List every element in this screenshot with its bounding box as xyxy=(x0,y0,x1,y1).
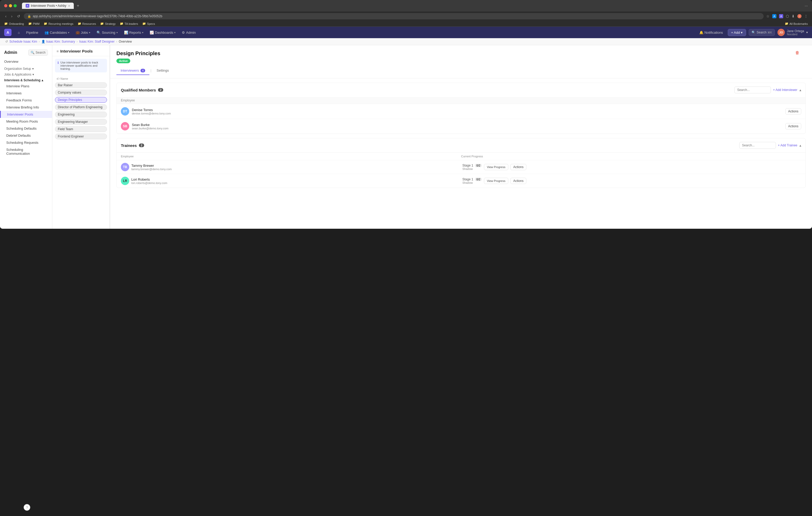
qualified-collapse-button[interactable]: ▴ xyxy=(800,88,801,92)
member-row-sean: SB Sean Burke sean.burke@demo.tony.com A… xyxy=(117,119,806,133)
profile-icon[interactable]: J xyxy=(798,14,802,18)
tab-favicon xyxy=(26,4,29,7)
breadcrumb-isaac-designer[interactable]: Isaac Kim: Staff Designer xyxy=(79,40,115,43)
new-tab-button[interactable]: + xyxy=(75,3,81,8)
pool-chip-engineering-manager[interactable]: Engineering Manager xyxy=(55,119,107,125)
pool-chip-bar-raiser[interactable]: Bar Raiser xyxy=(55,82,107,88)
sidebar-item-interviews[interactable]: Interviews xyxy=(0,90,52,97)
app-logo[interactable]: A xyxy=(4,29,11,36)
nav-home[interactable]: ⌂ xyxy=(14,27,23,38)
extension-icon-3[interactable]: ⬡ xyxy=(786,14,789,18)
trainees-columns: Employee Current Progress xyxy=(117,152,806,160)
search-button[interactable]: 🔍 Search ⌘K xyxy=(749,29,775,36)
trainee-actions-tammy[interactable]: Actions xyxy=(511,164,526,170)
extension-icon-2[interactable]: A xyxy=(779,14,783,18)
jobs-chevron: ▾ xyxy=(89,31,90,34)
close-button[interactable] xyxy=(4,4,7,7)
pool-chip-field-team[interactable]: Field Team xyxy=(55,126,107,132)
fullscreen-button[interactable] xyxy=(13,4,17,7)
minimize-button[interactable] xyxy=(9,4,12,7)
qualified-members-actions: + Add Interviewer ▴ xyxy=(734,87,801,93)
sidebar-item-scheduling-requests[interactable]: Scheduling Requests xyxy=(0,139,52,146)
nav-candidates[interactable]: 👥 Candidates ▾ xyxy=(41,27,72,38)
notifications-button[interactable]: 🔔 Notifications xyxy=(697,30,725,35)
delete-button[interactable]: 🗑 xyxy=(795,51,800,55)
pool-chips-list: Bar Raiser Company values Design Princip… xyxy=(52,82,110,142)
sidebar-search[interactable]: 🔍 Search xyxy=(28,50,48,56)
nav-sourcing[interactable]: 🔍 Sourcing ▾ xyxy=(93,27,121,38)
nav-dashboards[interactable]: 📈 Dashboards ▾ xyxy=(146,27,179,38)
qualified-search-input[interactable] xyxy=(734,87,771,93)
pool-chip-engineering[interactable]: Engineering xyxy=(55,112,107,117)
search-icon: 🔍 xyxy=(752,31,755,34)
qualified-members-header: Qualified Members 2 + Add Interviewer ▴ xyxy=(117,83,806,97)
tag-icon: 🏷 xyxy=(57,77,59,80)
bookmark-ta-leaders[interactable]: TA leaders xyxy=(120,22,138,25)
member-info-sean: Sean Burke sean.burke@demo.tony.com xyxy=(132,123,783,130)
sidebar-item-debrief-defaults[interactable]: Debrief Defaults xyxy=(0,132,52,139)
bookmark-resources[interactable]: Resources xyxy=(78,22,96,25)
download-icon[interactable]: ⬇ xyxy=(791,14,795,18)
tab-close-button[interactable]: ✕ xyxy=(68,4,70,7)
all-bookmarks[interactable]: 📁 All Bookmarks xyxy=(785,22,808,25)
forward-button[interactable]: › xyxy=(10,14,13,18)
sidebar-item-briefing-info[interactable]: Interview Briefing Info xyxy=(0,104,52,111)
bookmark-specs[interactable]: Specs xyxy=(142,22,155,25)
active-tab[interactable]: Interviewer Pools • Ashby ✕ xyxy=(22,3,74,9)
tab-interviewers[interactable]: Interviewers 4 xyxy=(116,66,149,75)
trainees-collapse-button[interactable]: ▴ xyxy=(800,143,801,147)
nav-pipeline[interactable]: Pipeline xyxy=(23,27,41,38)
bookmark-recurring-meetings[interactable]: Recurring meetings xyxy=(44,22,73,25)
info-banner: ℹ Use interviewer pools to track intervi… xyxy=(55,59,107,72)
breadcrumb-isaac-summary[interactable]: 👤 Isaac Kim: Summary xyxy=(41,40,75,43)
add-interviewer-button[interactable]: + Add Interviewer xyxy=(773,88,798,92)
nav-admin[interactable]: ⚙ Admin xyxy=(179,27,199,38)
search-shortcut: ⌘K xyxy=(767,31,772,34)
member-actions-sean[interactable]: Actions xyxy=(785,123,801,129)
home-icon: ⌂ xyxy=(18,31,20,34)
pool-chip-director-platform[interactable]: Director of Platform Engineering xyxy=(55,104,107,110)
trainee-email-lori: lori.roberts@demo.tony.com xyxy=(131,181,460,185)
chevron-up-icon: ▴ xyxy=(41,79,43,82)
breadcrumb-schedule-isaac[interactable]: Schedule Isaac Kim xyxy=(9,40,37,43)
sidebar-item-meeting-room-pools[interactable]: Meeting Room Pools xyxy=(0,118,52,125)
extension-icon-1[interactable]: A xyxy=(772,14,776,18)
bookmark-onboarding[interactable]: Onboarding xyxy=(4,22,24,25)
member-actions-denise[interactable]: Actions xyxy=(785,108,801,115)
bookmarks-bar: Onboarding PMM Recurring meetings Resour… xyxy=(0,21,812,27)
star-icon[interactable]: ☆ xyxy=(766,14,770,18)
pool-chip-frontend-engineer[interactable]: Frontend Engineer xyxy=(55,133,107,139)
pool-chip-company-values[interactable]: Company values xyxy=(55,90,107,95)
bookmark-pmm[interactable]: PMM xyxy=(28,22,40,25)
nav-jobs[interactable]: 💼 Jobs ▾ xyxy=(72,27,93,38)
trainees-search-input[interactable] xyxy=(739,142,776,149)
sidebar-item-scheduling-comm[interactable]: Scheduling Communication xyxy=(0,146,52,157)
bookmark-strategy[interactable]: Strategy xyxy=(100,22,116,25)
sidebar-section-org[interactable]: Organization Setup ▾ xyxy=(0,65,52,71)
sidebar-item-overview[interactable]: Overview xyxy=(0,58,52,65)
view-progress-tammy[interactable]: View Progress xyxy=(484,164,508,170)
pool-chip-design-principles[interactable]: Design Principles xyxy=(55,97,107,103)
trainee-actions-lori[interactable]: Actions xyxy=(511,178,526,184)
reload-button[interactable]: ↺ xyxy=(16,14,21,18)
back-button[interactable]: ‹ xyxy=(4,14,7,18)
view-progress-lori[interactable]: View Progress xyxy=(484,178,508,184)
menu-icon[interactable]: ⋮ xyxy=(804,14,808,18)
trainee-email-tammy: tammy.brewer@demo.tony.com xyxy=(131,168,460,171)
sidebar-item-interviewer-pools[interactable]: Interviewer Pools xyxy=(0,111,52,118)
sidebar-header: Admin 🔍 Search xyxy=(0,45,52,58)
user-area[interactable]: JO Jane Ortega Nocobird ▾ xyxy=(778,29,808,36)
sourcing-chevron: ▾ xyxy=(116,31,118,34)
sidebar-section-interviews[interactable]: Interviews & Scheduling ▴ xyxy=(0,77,52,83)
sidebar-item-scheduling-defaults[interactable]: Scheduling Defaults xyxy=(0,125,52,132)
tab-settings[interactable]: Settings xyxy=(152,66,173,75)
reports-icon: 📊 xyxy=(124,31,128,34)
url-input[interactable]: 🔒 app.ashbyhq.com/admin/interview/interv… xyxy=(24,13,763,19)
add-trainee-button[interactable]: + Add Trainee xyxy=(778,144,798,147)
nav-reports[interactable]: 📊 Reports ▾ xyxy=(121,27,147,38)
sidebar-item-interview-plans[interactable]: Interview Plans xyxy=(0,83,52,90)
dashboards-chevron: ▾ xyxy=(174,31,176,34)
add-button[interactable]: + Add ▾ xyxy=(728,29,746,36)
sidebar-section-jobs[interactable]: Jobs & Applications ▾ xyxy=(0,71,52,77)
sidebar-item-feedback-forms[interactable]: Feedback Forms xyxy=(0,97,52,104)
